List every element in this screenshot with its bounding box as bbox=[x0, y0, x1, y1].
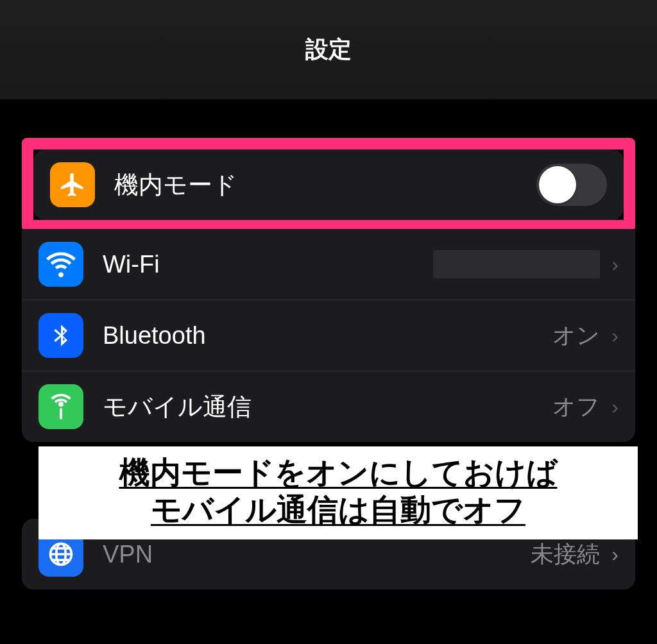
chevron-right-icon: › bbox=[611, 324, 619, 348]
settings-group-1a: 機内モード bbox=[33, 149, 624, 220]
annotation-line-2: モバイル通信は自動でオフ bbox=[51, 491, 625, 529]
vpn-label: VPN bbox=[103, 541, 531, 568]
row-cellular[interactable]: モバイル通信 オフ › bbox=[22, 371, 635, 442]
row-bluetooth[interactable]: Bluetooth オン › bbox=[22, 300, 635, 371]
annotation-banner: 機内モードをオンにしておけば モバイル通信は自動でオフ bbox=[38, 446, 638, 539]
airplane-icon bbox=[50, 162, 95, 207]
airplane-highlight-frame: 機内モード bbox=[22, 138, 635, 232]
cellular-value: オフ bbox=[552, 391, 600, 423]
wifi-label: Wi-Fi bbox=[103, 251, 433, 278]
bluetooth-label: Bluetooth bbox=[103, 322, 552, 350]
airplane-label: 機内モード bbox=[114, 169, 536, 201]
row-wifi[interactable]: Wi-Fi › bbox=[22, 229, 635, 300]
chevron-right-icon: › bbox=[611, 543, 619, 566]
header: 設定 bbox=[0, 0, 657, 99]
toggle-knob bbox=[539, 166, 576, 203]
cellular-icon bbox=[38, 384, 83, 429]
vpn-value: 未接続 bbox=[531, 539, 600, 570]
bluetooth-icon bbox=[38, 313, 83, 358]
bluetooth-value: オン bbox=[552, 320, 600, 352]
wifi-value-redacted bbox=[433, 250, 600, 278]
page-title: 設定 bbox=[305, 34, 352, 65]
settings-group-1b: Wi-Fi › Bluetooth オン › モバイル通信 オフ › bbox=[22, 229, 635, 442]
cellular-label: モバイル通信 bbox=[103, 391, 552, 423]
chevron-right-icon: › bbox=[611, 253, 619, 276]
wifi-icon bbox=[38, 242, 83, 287]
chevron-right-icon: › bbox=[611, 395, 619, 419]
row-airplane-mode[interactable]: 機内モード bbox=[33, 149, 624, 220]
annotation-line-1: 機内モードをオンにしておけば bbox=[51, 454, 625, 491]
airplane-toggle[interactable] bbox=[536, 164, 607, 206]
